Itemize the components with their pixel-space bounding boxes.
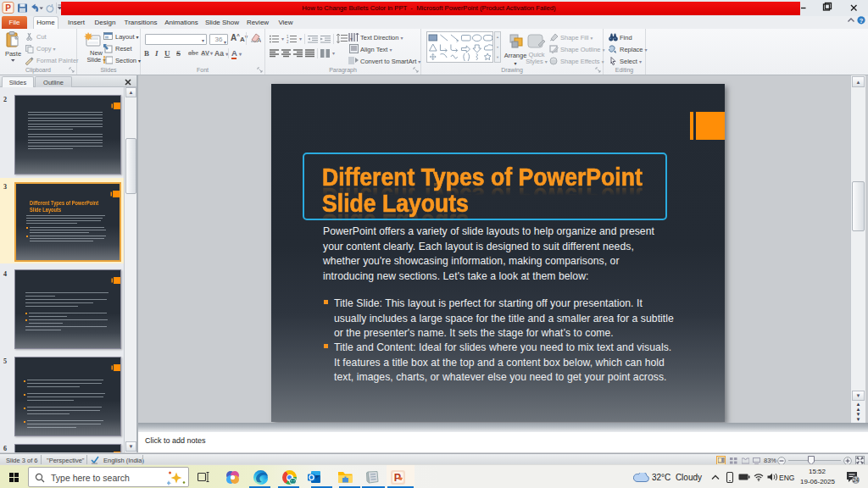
- svg-text:?: ?: [860, 17, 864, 25]
- svg-text:24: 24: [853, 477, 860, 483]
- svg-text:A: A: [257, 36, 261, 43]
- svg-text:2: 2: [287, 39, 289, 43]
- svg-text:1: 1: [287, 35, 289, 39]
